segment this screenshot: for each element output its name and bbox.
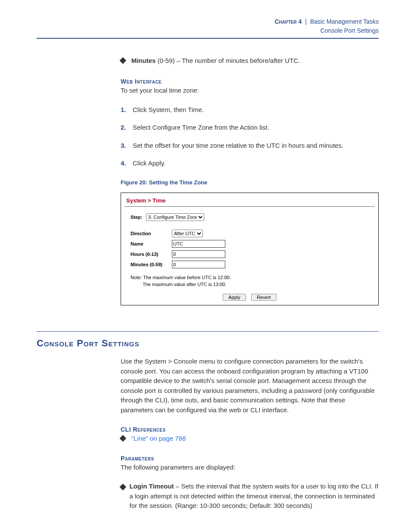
name-input[interactable]	[172, 240, 225, 248]
step-number: 3.	[121, 140, 133, 150]
hours-label: Hours (0-13)	[131, 252, 172, 257]
revert-button[interactable]: Revert	[251, 294, 276, 301]
header-title: Basic Management Tasks	[310, 18, 379, 25]
web-interface-intro: To set your local time zone:	[121, 86, 379, 96]
name-label: Name	[131, 241, 172, 246]
page-header: Chapter 4 | Basic Management Tasks Conso…	[37, 17, 379, 39]
parameters-intro: The following parameters are displayed:	[121, 463, 379, 473]
login-timeout-label: Login Timeout	[130, 482, 174, 490]
hours-input[interactable]	[172, 250, 225, 258]
steps-list: 1. Click System, then Time. 2. Select Co…	[121, 105, 379, 168]
step-text: Set the offset for your time zone relati…	[133, 140, 343, 150]
step-3: 3. Set the offset for your time zone rel…	[121, 140, 379, 150]
step-1: 1. Click System, then Time.	[121, 105, 379, 115]
step-number: 4.	[121, 158, 133, 168]
minutes-label: Minutes (0-59)	[131, 262, 172, 267]
parameters-heading: Parameters	[121, 455, 379, 462]
step-number: 2.	[121, 122, 133, 132]
minutes-desc: (0-59) – The number of minutes before/af…	[156, 57, 300, 64]
diamond-icon	[120, 484, 126, 490]
direction-label: Direction	[131, 231, 172, 236]
step-text: Click Apply.	[133, 158, 165, 168]
apply-button[interactable]: Apply	[223, 294, 246, 301]
step-text: Select Configure Time Zone from the Acti…	[133, 122, 269, 132]
minutes-bullet: Minutes (0-59) – The number of minutes b…	[121, 56, 379, 66]
minutes-input[interactable]	[172, 261, 225, 268]
step-label: Step:	[131, 215, 146, 220]
minutes-label: Minutes	[131, 57, 156, 64]
step-2: 2. Select Configure Time Zone from the A…	[121, 122, 379, 132]
diamond-icon	[120, 435, 126, 441]
console-section-title: Console Port Settings	[37, 338, 379, 349]
direction-select[interactable]: After UTC	[172, 230, 203, 237]
header-separator: |	[303, 18, 308, 25]
note-2: The maximum value after UTC is 13:00.	[121, 281, 378, 288]
figure-caption: Figure 20: Setting the Time Zone	[121, 179, 379, 186]
screenshot-breadcrumb: System > Time	[121, 193, 378, 206]
step-number: 1.	[121, 105, 133, 115]
console-body: Use the System > Console menu to configu…	[121, 357, 379, 415]
header-subtitle: Console Port Settings	[37, 26, 379, 35]
web-interface-heading: Web Interface	[121, 78, 379, 85]
step-4: 4. Click Apply.	[121, 158, 379, 168]
step-select[interactable]: 3. Configure Time Zone	[146, 213, 204, 221]
screenshot-divider	[125, 206, 375, 207]
section-rule	[37, 331, 379, 332]
note-1: Note: The maximum value before UTC is 12…	[121, 274, 378, 281]
cli-references-heading: CLI References	[121, 426, 379, 433]
step-text: Click System, then Time.	[133, 105, 204, 115]
cli-link[interactable]: "Line" on page 788	[131, 435, 186, 442]
chapter-label: Chapter 4	[274, 18, 302, 25]
figure-screenshot: System > Time Step: 3. Configure Time Zo…	[121, 193, 379, 305]
diamond-icon	[120, 57, 126, 63]
